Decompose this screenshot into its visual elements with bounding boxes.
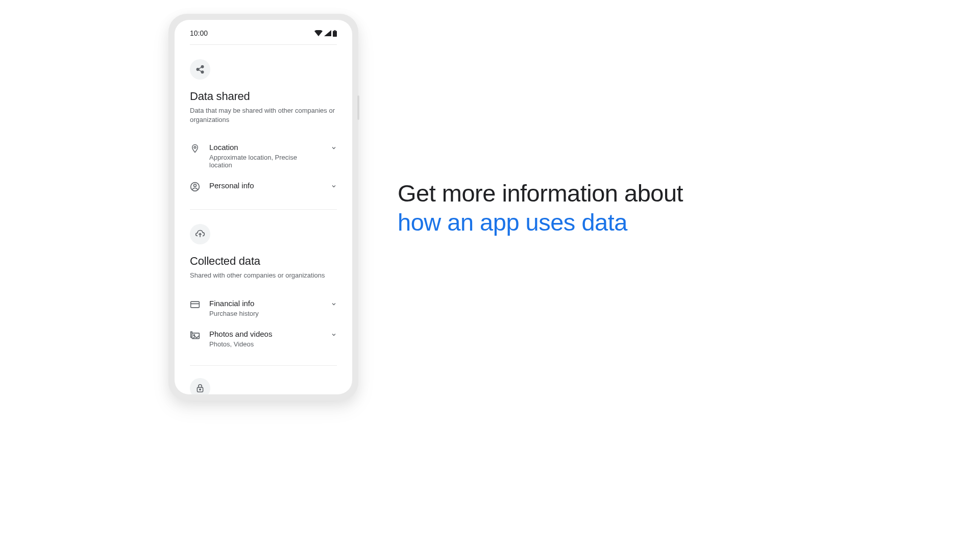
wifi-icon bbox=[314, 30, 323, 36]
svg-rect-1 bbox=[333, 31, 337, 37]
chevron-down-icon bbox=[331, 331, 337, 340]
phone-screen: 10:00 bbox=[175, 20, 352, 394]
data-shared-title: Data shared bbox=[190, 90, 337, 103]
svg-point-4 bbox=[201, 71, 204, 73]
credit-card-icon bbox=[190, 299, 200, 310]
financial-info-row[interactable]: Financial info Purchase history bbox=[190, 293, 337, 323]
person-icon bbox=[190, 182, 200, 192]
share-icon-wrap bbox=[190, 59, 210, 80]
signal-icon bbox=[324, 30, 331, 36]
media-icon bbox=[190, 330, 200, 340]
photos-videos-subtitle: Photos, Videos bbox=[209, 340, 322, 348]
cloud-icon-wrap bbox=[190, 224, 210, 244]
status-time: 10:00 bbox=[190, 29, 208, 37]
location-icon bbox=[190, 143, 200, 154]
headline-line2: how an app uses data bbox=[398, 209, 627, 236]
battery-icon bbox=[333, 30, 337, 37]
phone-frame: 10:00 bbox=[168, 14, 358, 400]
status-bar: 10:00 bbox=[190, 20, 337, 45]
lock-icon-wrap bbox=[190, 378, 210, 394]
photos-videos-row[interactable]: Photos and videos Photos, Videos bbox=[190, 323, 337, 354]
svg-point-16 bbox=[200, 389, 201, 390]
svg-point-14 bbox=[193, 334, 195, 336]
data-shared-section: Data shared Data that may be shared with… bbox=[190, 45, 337, 210]
location-subtitle: Approximate location, Precise location bbox=[209, 154, 322, 169]
personal-info-title: Personal info bbox=[209, 181, 322, 190]
personal-info-content: Personal info bbox=[209, 181, 322, 192]
svg-point-2 bbox=[201, 66, 204, 68]
photos-videos-content: Photos and videos Photos, Videos bbox=[209, 330, 322, 348]
bottom-section bbox=[190, 366, 337, 394]
financial-info-subtitle: Purchase history bbox=[209, 310, 322, 317]
svg-line-5 bbox=[199, 67, 201, 69]
phone-side-button bbox=[357, 95, 359, 120]
chevron-down-icon bbox=[331, 144, 337, 153]
collected-data-subtitle: Shared with other companies or organizat… bbox=[190, 271, 337, 280]
location-content: Location Approximate location, Precise l… bbox=[209, 143, 322, 169]
share-icon bbox=[195, 65, 205, 74]
financial-info-content: Financial info Purchase history bbox=[209, 299, 322, 317]
headline-line1: Get more information about bbox=[398, 180, 683, 207]
chevron-down-icon bbox=[331, 182, 337, 191]
chevron-down-icon bbox=[331, 300, 337, 309]
svg-point-9 bbox=[194, 184, 197, 187]
financial-info-title: Financial info bbox=[209, 299, 322, 308]
lock-icon bbox=[196, 384, 204, 393]
svg-rect-11 bbox=[191, 302, 200, 308]
collected-data-title: Collected data bbox=[190, 255, 337, 268]
headline: Get more information about how an app us… bbox=[398, 179, 683, 237]
status-icons bbox=[314, 30, 337, 37]
personal-info-row[interactable]: Personal info bbox=[190, 175, 337, 198]
svg-rect-0 bbox=[334, 30, 336, 31]
location-title: Location bbox=[209, 143, 322, 152]
svg-point-7 bbox=[194, 146, 196, 148]
svg-line-6 bbox=[199, 70, 201, 71]
data-shared-subtitle: Data that may be shared with other compa… bbox=[190, 106, 337, 124]
location-row[interactable]: Location Approximate location, Precise l… bbox=[190, 137, 337, 175]
cloud-upload-icon bbox=[195, 230, 205, 239]
svg-point-3 bbox=[197, 68, 199, 71]
photos-videos-title: Photos and videos bbox=[209, 330, 322, 338]
collected-data-section: Collected data Shared with other compani… bbox=[190, 210, 337, 365]
